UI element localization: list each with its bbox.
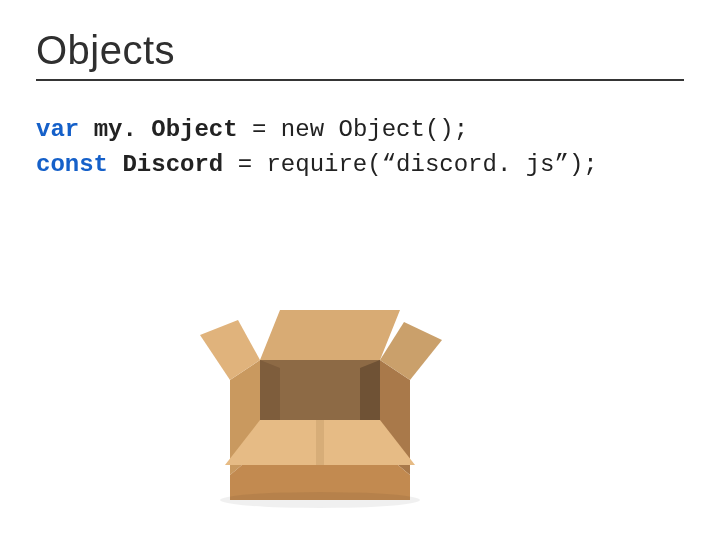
code-line1-rest: = new Object(); [238,116,468,143]
identifier-discord: Discord [122,151,223,178]
identifier-myobject: my. Object [94,116,238,143]
slide: Objects var my. Object = new Object(); c… [0,0,720,540]
keyword-const: const [36,151,108,178]
open-box-icon [190,250,450,510]
svg-point-13 [220,492,420,508]
code-block: var my. Object = new Object(); const Dis… [36,113,684,183]
code-line2-rest: = require(“discord. js”); [223,151,597,178]
svg-marker-6 [360,360,380,425]
svg-marker-5 [260,360,280,425]
svg-marker-8 [260,310,400,360]
page-title: Objects [36,28,684,73]
box-illustration [190,250,450,510]
svg-marker-12 [316,420,324,465]
keyword-var: var [36,116,79,143]
title-rule [36,79,684,81]
